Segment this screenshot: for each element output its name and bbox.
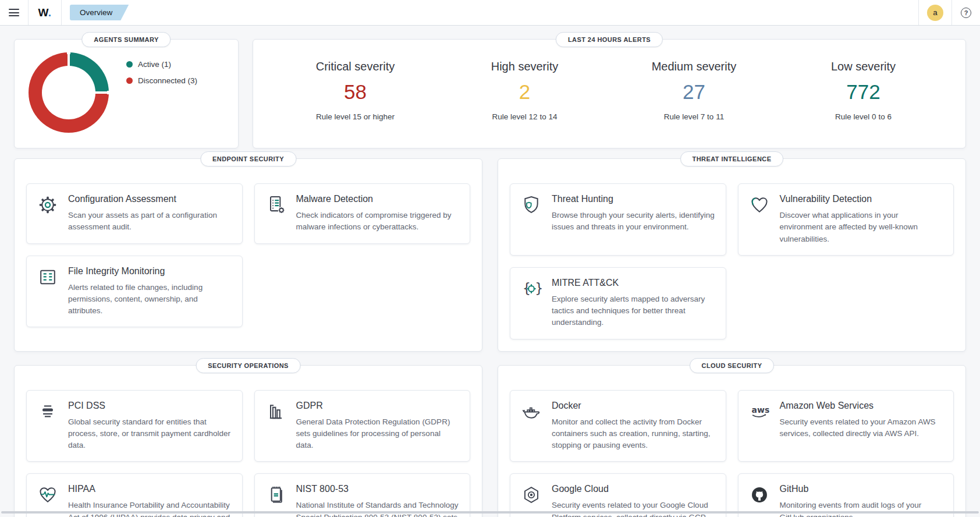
card-threat-hunting[interactable]: Threat Hunting Browse through your secur… [510, 183, 726, 256]
hamburger-icon [9, 7, 19, 19]
horizontal-scrollbar[interactable] [1, 511, 979, 514]
svg-text:{: { [523, 281, 531, 296]
card-description: Security events related to your Google C… [552, 500, 715, 517]
card-title: Amazon Web Services [780, 401, 943, 411]
card-title: Configuration Assessment [68, 194, 232, 204]
stat-subtitle: Rule level 0 to 6 [779, 112, 948, 121]
overview-dashboard: AGENTS SUMMARY Active (1) Disconnected (… [0, 26, 980, 517]
card-pci-dss[interactable]: PCI DSS Global security standard for ent… [26, 390, 243, 462]
alerts-panel-label: LAST 24 HOURS ALERTS [556, 32, 663, 47]
bar-chart-icon [265, 401, 287, 452]
card-mitre-attack[interactable]: { } MITRE ATT&CK Explore security alerts… [510, 267, 726, 339]
breadcrumb-tab-overview[interactable]: Overview [70, 5, 129, 20]
legend-item-active[interactable]: Active (1) [126, 60, 197, 69]
card-file-integrity-monitoring[interactable]: File Integrity Monitoring Alerts related… [26, 256, 243, 328]
card-title: MITRE ATT&CK [552, 278, 715, 288]
card-google-cloud[interactable]: Google Cloud Security events related to … [510, 473, 726, 517]
malware-document-icon [265, 194, 287, 233]
card-description: Alerts related to file changes, includin… [68, 282, 232, 317]
card-description: Monitoring events from audit logs of you… [780, 500, 943, 517]
card-amazon-web-services[interactable]: aws Amazon Web Services Security events … [738, 390, 954, 462]
card-title: Malware Detection [296, 194, 460, 204]
card-stack-icon [37, 401, 59, 452]
wazuh-logo[interactable]: W. [29, 6, 61, 19]
stat-subtitle: Rule level 15 or higher [271, 112, 440, 121]
card-description: Scan your assets as part of a configurat… [68, 210, 232, 233]
agents-donut[interactable] [29, 52, 109, 133]
card-title: GDPR [296, 401, 460, 411]
stat-medium-severity: Medium severity 27 Rule level 7 to 11 [609, 60, 779, 121]
card-hipaa[interactable]: HIPAA Health Insurance Portability and A… [26, 473, 243, 517]
threat-intelligence-label: THREAT INTELLIGENCE [680, 151, 784, 167]
stat-title: Critical severity [271, 60, 440, 73]
stat-critical-severity: Critical severity 58 Rule level 15 or hi… [271, 60, 440, 121]
card-title: Vulnerability Detection [780, 194, 943, 204]
legend-label: Active (1) [138, 60, 171, 69]
cloud-security-label: CLOUD SECURITY [690, 358, 775, 373]
question-mark-icon: ? [961, 8, 971, 18]
card-title: Google Cloud [552, 484, 715, 494]
legend-item-disconnected[interactable]: Disconnected (3) [126, 76, 197, 85]
svg-text:}: } [535, 281, 542, 296]
card-description: Monitor and collect the activity from Do… [552, 416, 715, 452]
card-configuration-assessment[interactable]: Configuration Assessment Scan your asset… [26, 183, 243, 244]
stat-high-severity: High severity 2 Rule level 12 to 14 [440, 60, 609, 121]
severity-value[interactable]: 58 [344, 80, 367, 104]
legend-dot [126, 61, 133, 68]
agents-legend: Active (1) Disconnected (3) [126, 52, 197, 135]
card-title: HIPAA [68, 484, 232, 494]
card-title: Threat Hunting [552, 194, 715, 204]
card-vulnerability-detection[interactable]: Vulnerability Detection Discover what ap… [738, 183, 954, 256]
gear-icon [37, 194, 59, 233]
help-button[interactable]: ? [952, 0, 980, 25]
aws-logo-icon: aws [749, 401, 771, 452]
shield-icon [521, 194, 543, 245]
agents-summary-label: AGENTS SUMMARY [81, 32, 171, 47]
legend-dot [126, 77, 133, 84]
card-title: NIST 800-53 [296, 484, 460, 494]
card-title: File Integrity Monitoring [68, 266, 232, 277]
card-description: Health Insurance Portability and Account… [68, 500, 232, 517]
card-description: General Data Protection Regulation (GDPR… [296, 416, 460, 452]
card-title: GitHub [780, 484, 943, 494]
card-github[interactable]: GitHub Monitoring events from audit logs… [738, 473, 954, 517]
card-title: PCI DSS [68, 401, 232, 411]
card-description: Explore security alerts mapped to advers… [552, 293, 715, 329]
user-avatar[interactable]: a [927, 5, 943, 21]
mitre-target-braces-icon: { } [521, 278, 543, 329]
stat-title: Low severity [779, 60, 948, 73]
stat-subtitle: Rule level 7 to 11 [609, 112, 779, 121]
menu-button[interactable] [0, 0, 28, 25]
card-description: National Institute of Standards and Tech… [296, 500, 460, 517]
top-navigation-bar: W. Overview a ? [0, 0, 980, 26]
agents-summary-panel: AGENTS SUMMARY Active (1) Disconnected (… [14, 39, 239, 148]
threat-intelligence-panel: THREAT INTELLIGENCE Threat Hunting Brows… [498, 158, 966, 352]
severity-value[interactable]: 27 [683, 80, 705, 104]
card-docker[interactable]: Docker Monitor and collect the activity … [510, 390, 726, 462]
card-nist-800-53[interactable]: NIST 800-53 National Institute of Standa… [254, 473, 471, 517]
docker-whale-icon [521, 401, 543, 452]
divider [61, 0, 62, 25]
stat-title: Medium severity [609, 60, 779, 73]
card-description: Discover what applications in your envir… [780, 210, 943, 245]
stat-title: High severity [440, 60, 609, 73]
last-24-hours-alerts-panel: LAST 24 HOURS ALERTS Critical severity 5… [253, 39, 966, 148]
card-malware-detection[interactable]: Malware Detection Check indicators of co… [254, 183, 471, 244]
severity-value[interactable]: 2 [519, 80, 530, 104]
card-description: Check indicators of compromise triggered… [296, 210, 460, 233]
card-gdpr[interactable]: GDPR General Data Protection Regulation … [254, 390, 471, 462]
vulnerability-heart-icon [749, 194, 771, 245]
file-list-icon [37, 266, 59, 317]
severity-value[interactable]: 772 [846, 80, 880, 104]
stat-subtitle: Rule level 12 to 14 [440, 112, 609, 121]
svg-text:aws: aws [751, 405, 769, 414]
security-operations-panel: SECURITY OPERATIONS PCI DSS Global secur… [14, 365, 482, 517]
card-description: Security events related to your Amazon A… [780, 416, 943, 440]
security-operations-label: SECURITY OPERATIONS [196, 358, 301, 373]
cloud-security-panel: CLOUD SECURITY Docker Monitor and collec… [498, 365, 966, 517]
stat-low-severity: Low severity 772 Rule level 0 to 6 [779, 60, 948, 121]
endpoint-security-label: ENDPOINT SECURITY [200, 151, 296, 167]
legend-label: Disconnected (3) [138, 76, 197, 85]
card-description: Global security standard for entities th… [68, 416, 232, 452]
card-title: Docker [552, 401, 715, 411]
